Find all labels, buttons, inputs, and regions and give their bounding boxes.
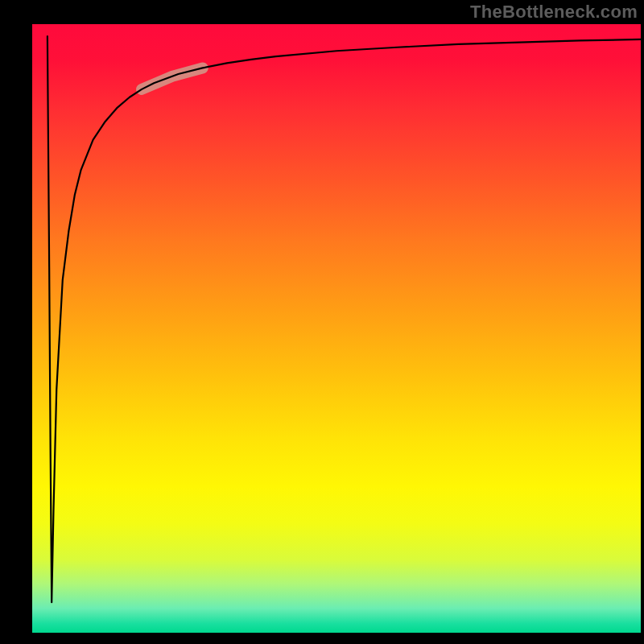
highlight-capsule bbox=[142, 68, 203, 89]
chart-frame: TheBottleneck.com bbox=[0, 0, 644, 644]
main-curve bbox=[47, 36, 641, 602]
highlight-segment bbox=[142, 68, 203, 89]
watermark-label: TheBottleneck.com bbox=[470, 2, 638, 23]
main-curve-group bbox=[47, 36, 641, 602]
plot-area bbox=[32, 24, 641, 633]
curve-layer bbox=[32, 24, 641, 633]
